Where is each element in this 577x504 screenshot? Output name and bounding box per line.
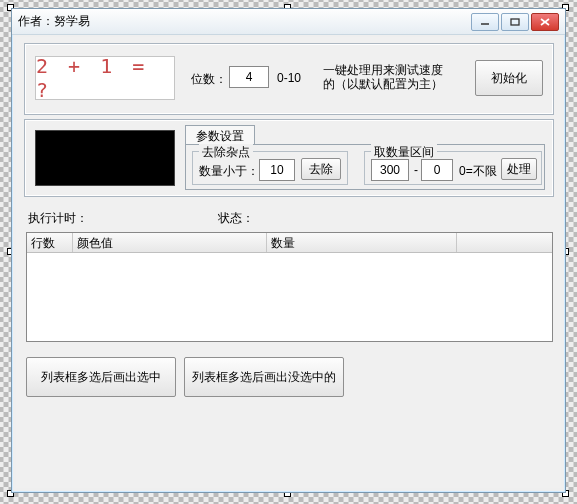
state-label: 状态：: [216, 209, 256, 228]
digit-count-input[interactable]: [229, 66, 269, 88]
range-process-button[interactable]: 处理: [501, 158, 537, 180]
range-max-input[interactable]: [421, 159, 453, 181]
range-suffix-label: 0=不限: [457, 162, 499, 181]
color-listview[interactable]: 行数 颜色值 数量: [26, 232, 553, 342]
range-sep-label: -: [412, 162, 420, 178]
noise-count-input[interactable]: [259, 159, 295, 181]
tab-page: 去除杂点 数量小于： 去除 取数量区间 - 0=不限 处理: [185, 144, 545, 190]
exec-time-label: 执行计时：: [26, 209, 90, 228]
mid-panel: 参数设置 去除杂点 数量小于： 去除 取数量区间 -: [24, 119, 554, 197]
digit-range-label: 0-10: [275, 70, 303, 86]
draw-unselected-button[interactable]: 列表框多选后画出没选中的: [184, 357, 344, 397]
tab-params[interactable]: 参数设置: [185, 125, 255, 145]
listview-body[interactable]: [27, 253, 552, 341]
minimize-button[interactable]: [471, 13, 499, 31]
digit-count-label: 位数：: [189, 70, 229, 89]
svg-rect-1: [511, 19, 519, 25]
close-button[interactable]: [531, 13, 559, 31]
captcha-image: 2 + 1 = ?: [35, 56, 175, 100]
noise-remove-button[interactable]: 去除: [301, 158, 341, 180]
draw-selected-button[interactable]: 列表框多选后画出选中: [26, 357, 176, 397]
maximize-button[interactable]: [501, 13, 529, 31]
title-bar[interactable]: 作者：努学易: [12, 9, 565, 35]
window-title: 作者：努学易: [18, 13, 471, 30]
range-min-input[interactable]: [371, 159, 409, 181]
preview-image: [35, 130, 175, 186]
tab-container: 参数设置 去除杂点 数量小于： 去除 取数量区间 -: [185, 124, 545, 188]
top-panel: 2 + 1 = ? 位数： 0-10 一键处理用来测试速度的（以默认配置为主） …: [24, 43, 554, 115]
hint-label: 一键处理用来测试速度的（以默认配置为主）: [321, 62, 451, 92]
listview-header: 行数 颜色值 数量: [27, 233, 552, 253]
init-button[interactable]: 初始化: [475, 60, 543, 96]
range-group: 取数量区间 - 0=不限 处理: [364, 151, 542, 185]
noise-count-label: 数量小于：: [197, 162, 261, 181]
noise-group: 去除杂点 数量小于： 去除: [192, 151, 348, 185]
noise-group-caption: 去除杂点: [199, 144, 253, 161]
client-area: 2 + 1 = ? 位数： 0-10 一键处理用来测试速度的（以默认配置为主） …: [16, 37, 561, 488]
app-window: 作者：努学易 2 + 1 = ? 位数： 0-10 一键处理用来测试速度的（以默…: [11, 8, 566, 493]
col-count[interactable]: 数量: [267, 233, 457, 252]
col-row[interactable]: 行数: [27, 233, 73, 252]
col-color[interactable]: 颜色值: [73, 233, 267, 252]
